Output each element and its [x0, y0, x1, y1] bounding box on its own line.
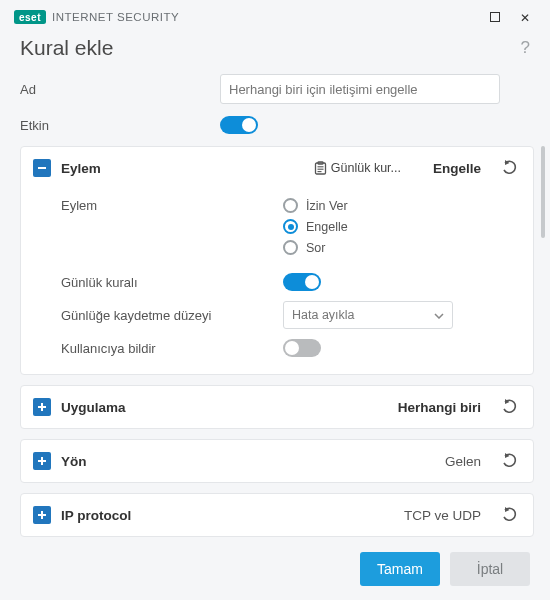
section-protocol-summary: TCP ve UDP — [404, 508, 481, 523]
log-level-label: Günlüğe kaydetme düzeyi — [61, 308, 283, 323]
section-application-reset[interactable] — [499, 396, 521, 418]
section-action-title: Eylem — [61, 161, 101, 176]
scrollbar[interactable] — [541, 146, 545, 238]
section-protocol-reset[interactable] — [499, 504, 521, 526]
notify-user-toggle[interactable] — [283, 339, 321, 357]
radio-icon — [283, 240, 298, 255]
name-label: Ad — [20, 82, 220, 97]
page-title: Kural ekle — [20, 36, 113, 60]
sections-scroll-area: Eylem Günlük kur... Engelle Eylem — [0, 146, 550, 546]
enabled-label: Etkin — [20, 118, 220, 133]
brand-product: INTERNET SECURITY — [52, 11, 179, 23]
section-action: Eylem Günlük kur... Engelle Eylem — [20, 146, 534, 375]
close-icon — [520, 10, 530, 25]
log-rule-hint[interactable]: Günlük kur... — [314, 161, 401, 175]
expand-icon — [33, 452, 51, 470]
section-action-reset[interactable] — [499, 157, 521, 179]
chevron-down-icon — [434, 308, 444, 322]
notify-user-label: Kullanıcıya bildir — [61, 341, 283, 356]
dialog-heading-row: Kural ekle ? — [0, 32, 550, 74]
section-direction-reset[interactable] — [499, 450, 521, 472]
log-rule-toggle[interactable] — [283, 273, 321, 291]
section-application-summary: Herhangi biri — [398, 400, 481, 415]
section-direction-title: Yön — [61, 454, 87, 469]
action-field-label: Eylem — [61, 198, 283, 213]
radio-checked-icon — [283, 219, 298, 234]
action-radio-ask[interactable]: Sor — [283, 240, 348, 255]
maximize-icon — [490, 12, 500, 22]
window-maximize-button[interactable] — [480, 6, 510, 28]
section-protocol: IP protocol TCP ve UDP — [20, 493, 534, 537]
collapse-icon — [33, 159, 51, 177]
action-radio-ask-label: Sor — [306, 241, 325, 255]
rule-name-input[interactable] — [220, 74, 500, 104]
section-action-summary: Engelle — [433, 161, 481, 176]
svg-rect-9 — [38, 460, 46, 462]
title-bar: eset INTERNET SECURITY — [0, 0, 550, 32]
undo-icon — [501, 453, 519, 469]
undo-icon — [501, 160, 519, 176]
undo-icon — [501, 507, 519, 523]
log-rule-label: Günlük kuralı — [61, 275, 283, 290]
enabled-toggle[interactable] — [220, 116, 258, 134]
top-form: Ad Etkin — [0, 74, 550, 134]
section-application-header[interactable]: Uygulama Herhangi biri — [21, 386, 533, 428]
section-protocol-title: IP protocol — [61, 508, 131, 523]
action-radio-block-label: Engelle — [306, 220, 348, 234]
ok-button[interactable]: Tamam — [360, 552, 440, 586]
svg-rect-7 — [38, 406, 46, 408]
action-radio-block[interactable]: Engelle — [283, 219, 348, 234]
radio-icon — [283, 198, 298, 213]
expand-icon — [33, 506, 51, 524]
dialog-footer: Tamam İptal — [0, 538, 550, 600]
svg-rect-0 — [38, 167, 46, 169]
section-action-header[interactable]: Eylem Günlük kur... Engelle — [21, 147, 533, 189]
action-radio-group: İzin Ver Engelle Sor — [283, 198, 348, 255]
section-action-body: Eylem İzin Ver Engelle Sor — [21, 189, 533, 374]
section-protocol-header[interactable]: IP protocol TCP ve UDP — [21, 494, 533, 536]
window-close-button[interactable] — [510, 6, 540, 28]
section-application-title: Uygulama — [61, 400, 126, 415]
log-rule-hint-label: Günlük kur... — [331, 161, 401, 175]
action-radio-allow[interactable]: İzin Ver — [283, 198, 348, 213]
expand-icon — [33, 398, 51, 416]
brand-badge: eset — [14, 10, 46, 24]
section-direction-summary: Gelen — [445, 454, 481, 469]
help-button[interactable]: ? — [521, 38, 530, 58]
log-level-value: Hata ayıkla — [292, 308, 355, 322]
clipboard-icon — [314, 161, 327, 175]
cancel-button[interactable]: İptal — [450, 552, 530, 586]
section-application: Uygulama Herhangi biri — [20, 385, 534, 429]
action-radio-allow-label: İzin Ver — [306, 199, 348, 213]
section-direction-header[interactable]: Yön Gelen — [21, 440, 533, 482]
log-level-select[interactable]: Hata ayıkla — [283, 301, 453, 329]
section-direction: Yön Gelen — [20, 439, 534, 483]
undo-icon — [501, 399, 519, 415]
svg-rect-11 — [38, 514, 46, 516]
